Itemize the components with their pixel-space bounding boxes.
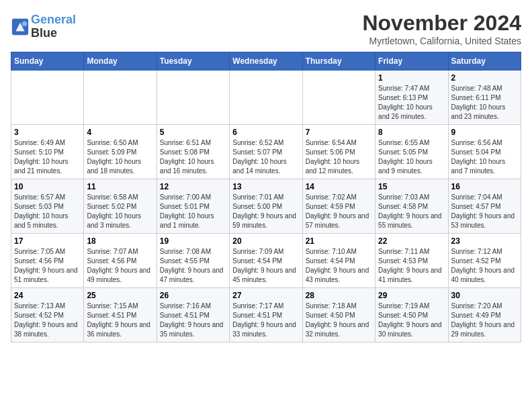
day-info: Sunrise: 7:13 AM Sunset: 4:52 PM Dayligh… [14, 302, 81, 339]
calendar-day-cell: 15Sunrise: 7:03 AM Sunset: 4:58 PM Dayli… [375, 179, 448, 234]
logo-text: GeneralBlue [31, 13, 76, 40]
calendar-day-cell: 27Sunrise: 7:17 AM Sunset: 4:51 PM Dayli… [230, 288, 302, 342]
day-number: 6 [232, 128, 299, 137]
calendar-table: SundayMondayTuesdayWednesdayThursdayFrid… [11, 52, 521, 342]
calendar-day-cell: 28Sunrise: 7:18 AM Sunset: 4:50 PM Dayli… [302, 288, 375, 342]
calendar-day-cell: 12Sunrise: 7:00 AM Sunset: 5:01 PM Dayli… [157, 179, 229, 234]
day-info: Sunrise: 7:07 AM Sunset: 4:56 PM Dayligh… [87, 247, 153, 285]
calendar-day-cell: 10Sunrise: 6:57 AM Sunset: 5:03 PM Dayli… [11, 179, 84, 234]
calendar-day-cell: 8Sunrise: 6:55 AM Sunset: 5:05 PM Daylig… [375, 125, 448, 179]
calendar-day-cell: 16Sunrise: 7:04 AM Sunset: 4:57 PM Dayli… [448, 179, 521, 234]
calendar-week-row: 24Sunrise: 7:13 AM Sunset: 4:52 PM Dayli… [11, 288, 521, 342]
day-number: 3 [14, 128, 81, 137]
day-of-week-header: Thursday [302, 52, 375, 71]
day-info: Sunrise: 7:02 AM Sunset: 4:59 PM Dayligh… [306, 193, 372, 230]
day-info: Sunrise: 6:49 AM Sunset: 5:10 PM Dayligh… [14, 138, 81, 176]
calendar-week-row: 1Sunrise: 7:47 AM Sunset: 6:13 PM Daylig… [11, 71, 521, 125]
calendar-day-cell: 13Sunrise: 7:01 AM Sunset: 5:00 PM Dayli… [230, 179, 302, 234]
day-of-week-header: Friday [375, 52, 448, 71]
day-number: 10 [14, 182, 81, 191]
day-info: Sunrise: 7:10 AM Sunset: 4:54 PM Dayligh… [306, 247, 372, 285]
calendar-day-cell: 4Sunrise: 6:50 AM Sunset: 5:09 PM Daylig… [84, 125, 157, 179]
day-number: 5 [160, 128, 226, 137]
day-info: Sunrise: 7:08 AM Sunset: 4:55 PM Dayligh… [160, 247, 226, 285]
calendar-week-row: 3Sunrise: 6:49 AM Sunset: 5:10 PM Daylig… [11, 125, 521, 179]
calendar-day-cell: 14Sunrise: 7:02 AM Sunset: 4:59 PM Dayli… [302, 179, 375, 234]
day-info: Sunrise: 6:54 AM Sunset: 5:06 PM Dayligh… [306, 138, 372, 176]
day-number: 15 [378, 182, 445, 191]
calendar-day-cell [302, 71, 375, 125]
calendar-day-cell: 22Sunrise: 7:11 AM Sunset: 4:53 PM Dayli… [375, 234, 448, 288]
day-number: 26 [160, 291, 226, 300]
day-number: 19 [160, 236, 226, 246]
calendar-day-cell: 5Sunrise: 6:51 AM Sunset: 5:08 PM Daylig… [157, 125, 229, 179]
calendar-day-cell: 7Sunrise: 6:54 AM Sunset: 5:06 PM Daylig… [302, 125, 375, 179]
calendar-header-row: SundayMondayTuesdayWednesdayThursdayFrid… [11, 52, 521, 71]
day-number: 21 [306, 236, 372, 246]
day-number: 22 [378, 236, 445, 246]
calendar-day-cell: 23Sunrise: 7:12 AM Sunset: 4:52 PM Dayli… [448, 234, 521, 288]
day-info: Sunrise: 7:19 AM Sunset: 4:50 PM Dayligh… [378, 302, 445, 339]
day-number: 2 [451, 73, 518, 83]
calendar-day-cell [11, 71, 84, 125]
day-info: Sunrise: 6:55 AM Sunset: 5:05 PM Dayligh… [378, 138, 445, 176]
calendar-week-row: 10Sunrise: 6:57 AM Sunset: 5:03 PM Dayli… [11, 179, 521, 234]
day-info: Sunrise: 6:58 AM Sunset: 5:02 PM Dayligh… [87, 193, 153, 230]
day-info: Sunrise: 7:09 AM Sunset: 4:54 PM Dayligh… [232, 247, 299, 285]
day-of-week-header: Wednesday [230, 52, 302, 71]
calendar-day-cell [157, 71, 229, 125]
day-number: 17 [14, 236, 81, 246]
day-number: 13 [232, 182, 299, 191]
day-number: 9 [451, 128, 518, 137]
day-number: 11 [87, 182, 153, 191]
day-info: Sunrise: 7:15 AM Sunset: 4:51 PM Dayligh… [87, 302, 153, 339]
day-info: Sunrise: 7:12 AM Sunset: 4:52 PM Dayligh… [451, 247, 518, 285]
calendar-day-cell: 17Sunrise: 7:05 AM Sunset: 4:56 PM Dayli… [11, 234, 84, 288]
day-number: 23 [451, 236, 518, 246]
title-area: November 2024 Myrtletown, California, Un… [362, 11, 521, 46]
day-number: 27 [232, 291, 299, 300]
day-number: 4 [87, 128, 153, 137]
day-info: Sunrise: 7:18 AM Sunset: 4:50 PM Dayligh… [306, 302, 372, 339]
location: Myrtletown, California, United States [362, 36, 521, 46]
calendar-day-cell [230, 71, 302, 125]
calendar-day-cell: 21Sunrise: 7:10 AM Sunset: 4:54 PM Dayli… [302, 234, 375, 288]
calendar-day-cell: 9Sunrise: 6:56 AM Sunset: 5:04 PM Daylig… [448, 125, 521, 179]
day-number: 1 [378, 73, 445, 83]
day-number: 14 [306, 182, 372, 191]
calendar-day-cell: 3Sunrise: 6:49 AM Sunset: 5:10 PM Daylig… [11, 125, 84, 179]
day-number: 16 [451, 182, 518, 191]
calendar-week-row: 17Sunrise: 7:05 AM Sunset: 4:56 PM Dayli… [11, 234, 521, 288]
day-number: 30 [451, 291, 518, 300]
day-info: Sunrise: 7:04 AM Sunset: 4:57 PM Dayligh… [451, 193, 518, 230]
day-info: Sunrise: 6:56 AM Sunset: 5:04 PM Dayligh… [451, 138, 518, 176]
day-info: Sunrise: 7:47 AM Sunset: 6:13 PM Dayligh… [378, 84, 445, 122]
day-info: Sunrise: 7:01 AM Sunset: 5:00 PM Dayligh… [232, 193, 299, 230]
calendar-body: 1Sunrise: 7:47 AM Sunset: 6:13 PM Daylig… [11, 71, 521, 342]
day-number: 7 [306, 128, 372, 137]
day-info: Sunrise: 7:00 AM Sunset: 5:01 PM Dayligh… [160, 193, 226, 230]
calendar-day-cell: 1Sunrise: 7:47 AM Sunset: 6:13 PM Daylig… [375, 71, 448, 125]
day-info: Sunrise: 7:20 AM Sunset: 4:49 PM Dayligh… [451, 302, 518, 339]
calendar-day-cell: 29Sunrise: 7:19 AM Sunset: 4:50 PM Dayli… [375, 288, 448, 342]
calendar-day-cell: 6Sunrise: 6:52 AM Sunset: 5:07 PM Daylig… [230, 125, 302, 179]
day-info: Sunrise: 7:48 AM Sunset: 6:11 PM Dayligh… [451, 84, 518, 122]
calendar-day-cell: 30Sunrise: 7:20 AM Sunset: 4:49 PM Dayli… [448, 288, 521, 342]
day-of-week-header: Sunday [11, 52, 84, 71]
calendar-day-cell: 2Sunrise: 7:48 AM Sunset: 6:11 PM Daylig… [448, 71, 521, 125]
day-number: 25 [87, 291, 153, 300]
day-number: 18 [87, 236, 153, 246]
day-info: Sunrise: 6:52 AM Sunset: 5:07 PM Dayligh… [232, 138, 299, 176]
calendar-day-cell: 25Sunrise: 7:15 AM Sunset: 4:51 PM Dayli… [84, 288, 157, 342]
day-info: Sunrise: 7:16 AM Sunset: 4:51 PM Dayligh… [160, 302, 226, 339]
day-number: 28 [306, 291, 372, 300]
month-title: November 2024 [362, 11, 521, 36]
day-number: 29 [378, 291, 445, 300]
svg-point-2 [22, 21, 27, 26]
day-of-week-header: Tuesday [157, 52, 229, 71]
day-info: Sunrise: 7:11 AM Sunset: 4:53 PM Dayligh… [378, 247, 445, 285]
calendar-day-cell: 24Sunrise: 7:13 AM Sunset: 4:52 PM Dayli… [11, 288, 84, 342]
day-info: Sunrise: 7:05 AM Sunset: 4:56 PM Dayligh… [14, 247, 81, 285]
calendar-day-cell: 20Sunrise: 7:09 AM Sunset: 4:54 PM Dayli… [230, 234, 302, 288]
day-number: 20 [232, 236, 299, 246]
